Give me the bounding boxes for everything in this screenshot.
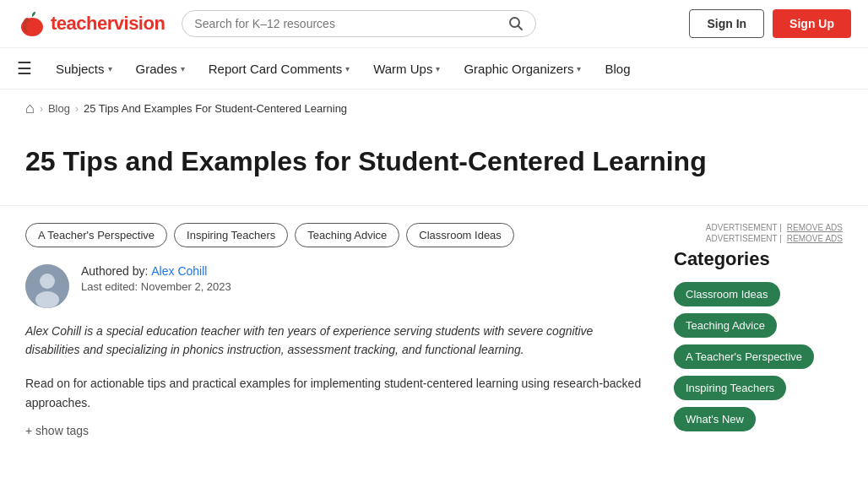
article-intro: Read on for actionable tips and practica… xyxy=(25,374,648,412)
breadcrumb-sep-1: › xyxy=(40,103,43,115)
category-whats-new[interactable]: What's New xyxy=(674,407,756,431)
author-date: Last edited: November 2, 2023 xyxy=(81,280,231,293)
nav-blog[interactable]: Blog xyxy=(593,50,642,88)
category-inspiring-teachers[interactable]: Inspiring Teachers xyxy=(674,376,786,400)
ad-label-1: ADVERTISEMENT | REMOVE ADS xyxy=(674,223,843,232)
grades-chevron-icon: ▾ xyxy=(181,64,185,73)
signin-button[interactable]: Sign In xyxy=(689,9,764,38)
breadcrumb: ⌂ › Blog › 25 Tips And Examples For Stud… xyxy=(0,89,868,127)
ad-label-2: ADVERTISEMENT | REMOVE ADS xyxy=(674,234,843,243)
nav-warm-ups[interactable]: Warm Ups ▾ xyxy=(361,50,452,88)
tag-classroom-ideas[interactable]: Classroom Ideas xyxy=(406,223,514,247)
sidebar: ADVERTISEMENT | REMOVE ADS ADVERTISEMENT… xyxy=(674,223,843,438)
svg-line-4 xyxy=(518,26,523,30)
logo[interactable]: teachervision xyxy=(17,8,165,39)
breadcrumb-home[interactable]: ⌂ xyxy=(25,100,35,117)
search-button[interactable] xyxy=(508,16,524,31)
main-content: A Teacher's Perspective Inspiring Teache… xyxy=(25,223,648,438)
avatar-image xyxy=(25,264,69,308)
subjects-chevron-icon: ▾ xyxy=(108,64,112,73)
article-bio: Alex Cohill is a special education teach… xyxy=(25,322,648,360)
logo-icon xyxy=(17,8,47,39)
graphic-organizers-chevron-icon: ▾ xyxy=(577,64,581,73)
signup-button[interactable]: Sign Up xyxy=(773,9,851,38)
logo-text: teachervision xyxy=(51,13,165,35)
article-tags: A Teacher's Perspective Inspiring Teache… xyxy=(25,223,648,247)
nav-subjects[interactable]: Subjects ▾ xyxy=(44,50,124,88)
author-byline: Authored by: Alex Cohill xyxy=(81,264,231,278)
svg-point-2 xyxy=(26,20,38,34)
nav-report-card[interactable]: Report Card Comments ▾ xyxy=(197,50,361,88)
show-tags-link[interactable]: + show tags xyxy=(25,424,648,437)
site-header: teachervision Sign In Sign Up xyxy=(0,0,868,48)
svg-point-7 xyxy=(35,291,59,308)
report-card-chevron-icon: ▾ xyxy=(345,64,350,73)
nav-graphic-organizers[interactable]: Graphic Organizers ▾ xyxy=(452,50,593,88)
main-nav: ☰ Subjects ▾ Grades ▾ Report Card Commen… xyxy=(0,48,868,89)
category-teaching-advice[interactable]: Teaching Advice xyxy=(674,313,777,338)
hamburger-menu[interactable]: ☰ xyxy=(17,48,44,89)
author-section: Authored by: Alex Cohill Last edited: No… xyxy=(25,264,648,308)
search-input[interactable] xyxy=(194,17,508,30)
search-bar xyxy=(182,10,536,37)
category-classroom-ideas[interactable]: Classroom Ideas xyxy=(674,282,780,306)
nav-grades[interactable]: Grades ▾ xyxy=(124,50,197,88)
remove-ads-2[interactable]: REMOVE ADS xyxy=(787,234,843,243)
author-info: Authored by: Alex Cohill Last edited: No… xyxy=(81,264,231,293)
warm-ups-chevron-icon: ▾ xyxy=(436,64,440,73)
home-icon: ⌂ xyxy=(25,100,35,117)
breadcrumb-current: 25 Tips And Examples For Student-Centere… xyxy=(84,102,347,115)
content-wrapper: A Teacher's Perspective Inspiring Teache… xyxy=(0,206,868,455)
breadcrumb-sep-2: › xyxy=(75,103,79,115)
tag-teaching-advice[interactable]: Teaching Advice xyxy=(295,223,399,247)
search-icon xyxy=(508,16,524,31)
author-link[interactable]: Alex Cohill xyxy=(151,264,207,278)
tag-teachers-perspective[interactable]: A Teacher's Perspective xyxy=(25,223,167,247)
page-title: 25 Tips and Examples for Student-Centere… xyxy=(25,144,843,180)
tag-inspiring-teachers[interactable]: Inspiring Teachers xyxy=(174,223,288,247)
breadcrumb-blog[interactable]: Blog xyxy=(48,102,70,115)
remove-ads-1[interactable]: REMOVE ADS xyxy=(787,223,843,232)
categories-title: Categories xyxy=(674,248,843,270)
category-teachers-perspective[interactable]: A Teacher's Perspective xyxy=(674,344,814,369)
header-actions: Sign In Sign Up xyxy=(689,9,851,38)
svg-point-6 xyxy=(40,274,55,289)
page-title-area: 25 Tips and Examples for Student-Centere… xyxy=(0,127,868,206)
avatar xyxy=(25,264,69,308)
